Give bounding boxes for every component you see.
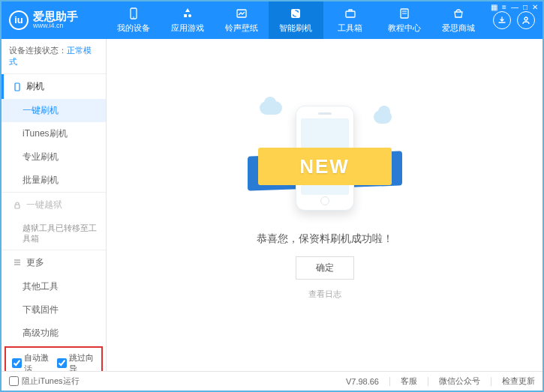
store-icon (452, 7, 465, 20)
svg-point-1 (133, 16, 134, 18)
tab-toolbox[interactable]: 工具箱 (323, 1, 377, 39)
sidebar-item-batch-flash[interactable]: 批量刷机 (2, 169, 106, 192)
phone-icon (13, 82, 22, 91)
success-message: 恭喜您，保资料刷机成功啦！ (257, 232, 393, 246)
main-panel: NEW 恭喜您，保资料刷机成功啦！ 确定 查看日志 (107, 39, 542, 371)
tab-flash[interactable]: 智能刷机 (269, 1, 323, 39)
sidebar-item-download-firmware[interactable]: 下载固件 (2, 298, 106, 322)
checkbox-skip-guide[interactable]: 跳过向导 (57, 352, 96, 371)
sidebar: 设备连接状态：正常模式 刷机 一键刷机 iTunes刷机 专业刷机 批量刷机 一… (2, 39, 107, 371)
tab-label: 铃声壁纸 (225, 22, 258, 34)
sidebar-item-other-tools[interactable]: 其他工具 (2, 275, 106, 298)
svg-rect-9 (15, 83, 20, 91)
title-right (493, 11, 535, 29)
body: 设备连接状态：正常模式 刷机 一键刷机 iTunes刷机 专业刷机 批量刷机 一… (2, 39, 542, 371)
section-more[interactable]: 更多 (2, 250, 106, 275)
svg-rect-10 (15, 205, 20, 208)
jailbreak-note: 越狱工具已转移至工具箱 (2, 217, 106, 250)
phone-icon (127, 7, 140, 20)
tab-label: 爱思商城 (442, 22, 475, 34)
apps-icon (181, 7, 194, 20)
section-jailbreak: 一键越狱 (2, 193, 106, 217)
cloud-icon (260, 101, 282, 115)
view-log-link[interactable]: 查看日志 (308, 289, 341, 300)
options-highlight: 自动激活 跳过向导 (5, 346, 103, 371)
maximize-button[interactable]: □ (523, 3, 527, 11)
tab-label: 工具箱 (338, 22, 362, 34)
tab-store[interactable]: 爱思商城 (431, 1, 485, 39)
tab-tutorials[interactable]: 教程中心 (377, 1, 431, 39)
book-icon (398, 7, 411, 20)
grid-button[interactable]: ▦ (491, 3, 497, 11)
minimize-button[interactable]: — (511, 3, 518, 11)
tab-ringtones[interactable]: 铃声壁纸 (215, 1, 269, 39)
svg-point-8 (524, 17, 527, 20)
tab-label: 教程中心 (388, 22, 421, 34)
update-link[interactable]: 检查更新 (502, 376, 535, 387)
tab-label: 智能刷机 (279, 22, 312, 34)
svg-rect-4 (346, 11, 355, 17)
logo-icon: iu (9, 10, 29, 30)
user-button[interactable] (517, 11, 535, 29)
sidebar-item-advanced[interactable]: 高级功能 (2, 322, 106, 345)
ok-button[interactable]: 确定 (296, 256, 354, 280)
sidebar-item-itunes-flash[interactable]: iTunes刷机 (2, 122, 106, 145)
lock-icon (13, 201, 22, 210)
main-tabs: 我的设备 应用游戏 铃声壁纸 智能刷机 工具箱 教程中心 (107, 1, 485, 39)
cloud-icon (374, 110, 392, 124)
close-button[interactable]: ✕ (532, 3, 538, 11)
wechat-link[interactable]: 微信公众号 (439, 376, 480, 387)
tab-label: 我的设备 (117, 22, 150, 34)
success-illustration: NEW (254, 95, 396, 219)
sidebar-item-pro-flash[interactable]: 专业刷机 (2, 145, 106, 169)
titlebar: iu 爱思助手 www.i4.cn 我的设备 应用游戏 铃声壁纸 智能刷机 (2, 1, 542, 39)
tab-label: 应用游戏 (171, 22, 204, 34)
app-window: ▦ ≡ — □ ✕ iu 爱思助手 www.i4.cn 我的设备 应用游戏 铃声 (0, 0, 544, 392)
menu-button[interactable]: ≡ (502, 3, 506, 11)
brand-logo: iu 爱思助手 www.i4.cn (9, 10, 107, 30)
section-flash[interactable]: 刷机 (2, 74, 106, 99)
wallpaper-icon (235, 7, 248, 20)
service-link[interactable]: 客服 (401, 376, 417, 387)
menu-icon (13, 258, 22, 267)
toolbox-icon (344, 7, 357, 20)
brand-subtitle: www.i4.cn (33, 22, 78, 30)
checkbox-block-itunes[interactable]: 阻止iTunes运行 (9, 376, 80, 387)
checkbox-auto-activate[interactable]: 自动激活 (12, 352, 51, 371)
download-button[interactable] (493, 11, 511, 29)
sidebar-item-oneclick-flash[interactable]: 一键刷机 (2, 99, 106, 122)
brand-title: 爱思助手 (33, 10, 78, 23)
refresh-icon (289, 7, 302, 20)
version-label: V7.98.66 (346, 377, 379, 386)
new-ribbon: NEW (258, 148, 392, 185)
tab-apps[interactable]: 应用游戏 (161, 1, 215, 39)
tab-my-device[interactable]: 我的设备 (107, 1, 161, 39)
connection-status: 设备连接状态：正常模式 (2, 39, 106, 73)
window-controls: ▦ ≡ — □ ✕ (491, 3, 538, 11)
statusbar: 阻止iTunes运行 V7.98.66 客服 微信公众号 检查更新 (2, 371, 542, 391)
